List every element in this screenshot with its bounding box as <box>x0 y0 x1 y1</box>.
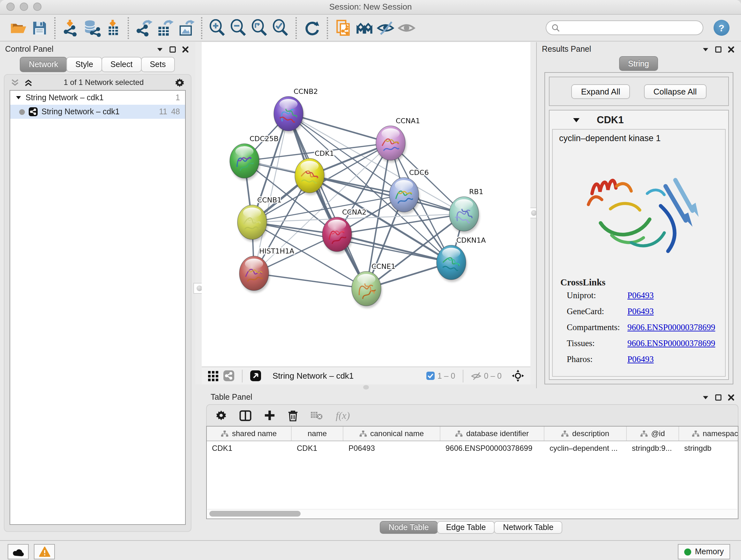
search-input[interactable] <box>560 23 697 33</box>
show-columns-icon[interactable] <box>239 410 252 421</box>
hidden-eye-slash-icon[interactable] <box>471 371 481 381</box>
column-header--id[interactable]: @id <box>627 427 679 441</box>
horizontal-splitter[interactable] <box>202 384 530 390</box>
float-panel-icon[interactable] <box>169 46 176 53</box>
crosslink-link[interactable]: P06493 <box>627 354 654 365</box>
memory-label: Memory <box>695 547 724 556</box>
import-table-file-button[interactable] <box>102 17 123 39</box>
network-node-cdkn1a[interactable]: CDKN1A <box>436 236 486 282</box>
column-header-namespace[interactable]: namespace <box>679 427 738 441</box>
warning-status-button[interactable] <box>34 544 55 559</box>
close-panel-icon[interactable] <box>728 46 735 53</box>
splitter-dot-handle[interactable] <box>363 385 369 389</box>
fit-content-button[interactable] <box>249 17 270 39</box>
column-label: canonical name <box>370 429 424 438</box>
panel-menu-icon[interactable] <box>702 46 709 53</box>
import-network-database-button[interactable] <box>81 17 102 39</box>
network-node-hist1h1a[interactable]: HIST1H1A <box>239 247 294 293</box>
panel-menu-icon[interactable] <box>156 46 163 53</box>
grid-view-icon[interactable] <box>208 371 218 381</box>
panel-menu-icon[interactable] <box>702 394 709 401</box>
tab-string[interactable]: String <box>619 56 658 71</box>
help-button[interactable]: ? <box>714 20 730 36</box>
network-edge[interactable] <box>254 273 366 289</box>
network-collection-row[interactable]: String Network – cdk1 1 <box>10 91 185 105</box>
expand-all-icon[interactable] <box>24 78 32 86</box>
refresh-view-button[interactable] <box>301 17 322 39</box>
column-header-shared-name[interactable]: shared name <box>207 427 292 441</box>
column-label: description <box>572 429 609 438</box>
horizontal-scrollbar[interactable] <box>207 509 737 518</box>
column-header-description[interactable]: description <box>544 427 627 441</box>
table-cell[interactable]: cyclin–dependent ... <box>544 443 627 452</box>
float-panel-icon[interactable] <box>715 394 722 401</box>
tab-sets[interactable]: Sets <box>141 57 175 72</box>
table-cell[interactable]: CDK1 <box>207 443 292 452</box>
network-view-canvas[interactable]: CCNB2CCNA1CDC25BCDK1CDC6RB1CCNB1CCNA2CDK… <box>202 42 530 367</box>
float-panel-icon[interactable] <box>715 46 722 53</box>
memory-button[interactable]: Memory <box>678 544 730 559</box>
tab-network-table[interactable]: Network Table <box>494 521 562 534</box>
crosshair-icon[interactable] <box>512 370 524 382</box>
left-splitter[interactable] <box>195 42 202 384</box>
create-column-plus-icon[interactable] <box>264 410 275 421</box>
tab-style[interactable]: Style <box>66 57 102 72</box>
column-header-name[interactable]: name <box>292 427 343 441</box>
table-settings-gear-icon[interactable] <box>216 410 226 421</box>
import-network-icon <box>62 19 79 37</box>
tree-expand-icon[interactable] <box>15 95 22 101</box>
memory-status-dot <box>684 548 691 555</box>
network-view-icon[interactable] <box>223 370 234 381</box>
save-session-button[interactable] <box>29 17 50 39</box>
close-panel-icon[interactable] <box>182 46 189 53</box>
collapse-all-button[interactable]: Collapse All <box>644 84 706 99</box>
export-image-button[interactable] <box>176 17 197 39</box>
network-node-rb1[interactable]: RB1 <box>449 188 483 233</box>
show-all-button[interactable] <box>396 17 417 39</box>
import-table-icon <box>104 19 121 37</box>
tab-node-table[interactable]: Node Table <box>380 521 438 534</box>
gear-icon[interactable] <box>175 78 185 87</box>
crosslink-link[interactable]: P06493 <box>627 291 654 301</box>
column-header-database-identifier[interactable]: database identifier <box>441 427 544 441</box>
network-label: String Network – cdk1 <box>42 107 120 116</box>
export-network-button[interactable] <box>133 17 154 39</box>
table-row[interactable]: CDK1CDK1P064939606.ENSP00000378699cyclin… <box>207 441 738 455</box>
table-cell[interactable]: CDK1 <box>292 443 343 452</box>
network-row[interactable]: String Network – cdk1 11 48 <box>10 105 185 119</box>
export-table-button[interactable] <box>154 17 176 39</box>
network-node-ccna1[interactable]: CCNA1 <box>376 117 420 163</box>
close-panel-icon[interactable] <box>728 394 735 401</box>
duplicate-network-button[interactable] <box>333 17 354 39</box>
zoom-in-button[interactable] <box>207 17 228 39</box>
table-cell[interactable]: 9606.ENSP00000378699 <box>441 443 544 452</box>
zoom-out-button[interactable] <box>228 17 249 39</box>
crosslink-link[interactable]: 9606.ENSP00000378699 <box>627 322 715 333</box>
network-node-cdk1[interactable]: CDK1 <box>295 149 334 195</box>
column-header-canonical-name[interactable]: canonical name <box>343 427 441 441</box>
table-cell[interactable]: stringdb:9... <box>627 443 679 452</box>
crosslink-link[interactable]: P06493 <box>627 307 654 317</box>
table-cell[interactable]: P06493 <box>343 443 441 452</box>
tab-edge-table[interactable]: Edge Table <box>437 521 495 534</box>
import-network-file-button[interactable] <box>60 17 81 39</box>
crosslink-link[interactable]: 9606.ENSP00000378699 <box>627 338 715 349</box>
first-neighbors-button[interactable] <box>354 17 375 39</box>
open-session-button[interactable] <box>8 17 29 39</box>
cloud-status-button[interactable] <box>8 544 29 559</box>
zoom-selected-button[interactable] <box>270 17 291 39</box>
delete-column-trash-icon[interactable] <box>288 410 298 421</box>
network-edge[interactable] <box>288 114 366 289</box>
hide-selected-button[interactable] <box>375 17 396 39</box>
node-label: CCNB2 <box>293 87 318 96</box>
expand-all-button[interactable]: Expand All <box>571 84 630 99</box>
scrollbar-thumb[interactable] <box>209 511 300 516</box>
table-cell[interactable]: stringdb <box>679 443 738 452</box>
birdseye-view-icon[interactable] <box>250 370 261 381</box>
selected-checkbox-icon[interactable] <box>427 372 435 380</box>
network-edge[interactable] <box>310 176 464 214</box>
section-collapse-icon[interactable] <box>572 116 580 124</box>
tab-network[interactable]: Network <box>20 57 67 72</box>
tab-select[interactable]: Select <box>102 57 142 72</box>
collapse-all-icon[interactable] <box>11 78 19 86</box>
